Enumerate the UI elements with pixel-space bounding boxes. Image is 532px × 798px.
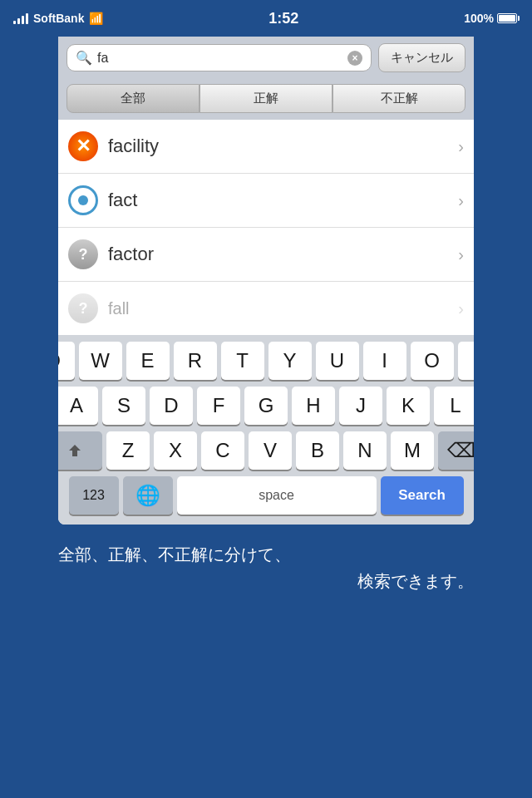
keyboard-row-4: 123 🌐 space Search (62, 476, 470, 515)
key-U[interactable]: U (316, 342, 359, 380)
globe-key[interactable]: 🌐 (123, 476, 173, 515)
key-X[interactable]: X (154, 431, 197, 470)
key-R[interactable]: R (174, 342, 217, 380)
key-D[interactable]: D (150, 387, 193, 425)
key-B[interactable]: B (296, 431, 339, 470)
key-V[interactable]: V (249, 431, 292, 470)
carrier-label: SoftBank (33, 12, 84, 25)
key-W[interactable]: W (79, 342, 122, 380)
search-input[interactable] (97, 51, 342, 66)
clear-button[interactable]: × (347, 51, 362, 66)
status-bar: SoftBank 📶 1:52 100% (0, 0, 532, 37)
filter-tabs: 全部 正解 不正解 (58, 79, 474, 120)
key-E[interactable]: E (126, 342, 170, 380)
key-I[interactable]: I (363, 342, 406, 380)
key-F[interactable]: F (197, 387, 240, 425)
battery-percent: 100% (464, 12, 494, 25)
key-Z[interactable]: Z (106, 431, 150, 470)
tab-incorrect[interactable]: 不正解 (332, 84, 466, 113)
result-icon-partial: ? (68, 293, 98, 323)
search-input-wrapper: 🔍 × (66, 44, 372, 71)
key-P[interactable]: P (458, 342, 475, 380)
result-icon-circle (68, 185, 98, 215)
result-icon-question: ? (68, 239, 98, 269)
key-G[interactable]: G (244, 387, 288, 425)
wifi-icon: 📶 (89, 12, 103, 25)
cancel-button[interactable]: キャンセル (378, 43, 466, 72)
num-key[interactable]: 123 (69, 476, 119, 515)
key-J[interactable]: J (339, 387, 382, 425)
battery-icon (497, 13, 519, 23)
signal-icon (13, 12, 28, 24)
tab-all[interactable]: 全部 (66, 84, 200, 113)
result-word: factor (108, 244, 451, 265)
search-button[interactable]: Search (381, 476, 464, 515)
result-item-partial[interactable]: ? fall › (58, 282, 474, 335)
chevron-icon: › (458, 191, 464, 210)
tab-correct[interactable]: 正解 (200, 84, 332, 113)
key-A[interactable]: A (58, 387, 98, 425)
search-area: 🔍 × キャンセル (58, 37, 474, 79)
status-time: 1:52 (268, 10, 298, 27)
shift-key[interactable] (58, 431, 102, 470)
delete-key[interactable]: ⌫ (438, 431, 474, 470)
key-Y[interactable]: Y (268, 342, 312, 380)
result-word-partial: fall (108, 299, 451, 318)
bottom-line2: 検索できます。 (58, 568, 474, 594)
search-icon: 🔍 (76, 50, 92, 66)
keyboard-row-2: A S D F G H J K L (62, 387, 470, 425)
results-list: ✕ facility › fact › ? factor › ? fall › (58, 120, 474, 335)
key-M[interactable]: M (391, 431, 434, 470)
status-left: SoftBank 📶 (13, 12, 103, 25)
space-key[interactable]: space (177, 476, 377, 515)
key-O[interactable]: O (411, 342, 454, 380)
key-C[interactable]: C (201, 431, 244, 470)
bottom-text: 全部、正解、不正解に分けて、 検索できます。 (0, 525, 532, 603)
keyboard-row-1: Q W E R T Y U I O P (62, 342, 470, 380)
result-icon-wrong: ✕ (68, 131, 98, 161)
status-right: 100% (464, 12, 519, 25)
bottom-line1: 全部、正解、不正解に分けて、 (58, 541, 474, 568)
keyboard-row-3: Z X C V B N M ⌫ (62, 431, 470, 470)
result-word: facility (108, 135, 451, 157)
chevron-icon: › (458, 137, 464, 156)
key-N[interactable]: N (343, 431, 387, 470)
result-item-facility[interactable]: ✕ facility › (58, 120, 474, 174)
phone-frame: 🔍 × キャンセル 全部 正解 不正解 ✕ facility › fact › (58, 37, 474, 525)
result-item-factor[interactable]: ? factor › (58, 228, 474, 282)
chevron-icon: › (458, 245, 464, 264)
key-L[interactable]: L (434, 387, 474, 425)
key-T[interactable]: T (221, 342, 264, 380)
keyboard: Q W E R T Y U I O P A S D F G H J K L (58, 335, 474, 525)
key-S[interactable]: S (102, 387, 145, 425)
key-K[interactable]: K (387, 387, 430, 425)
key-H[interactable]: H (292, 387, 335, 425)
result-item-fact[interactable]: fact › (58, 174, 474, 228)
result-word: fact (108, 190, 451, 211)
chevron-icon: › (458, 299, 464, 318)
key-Q[interactable]: Q (58, 342, 75, 380)
